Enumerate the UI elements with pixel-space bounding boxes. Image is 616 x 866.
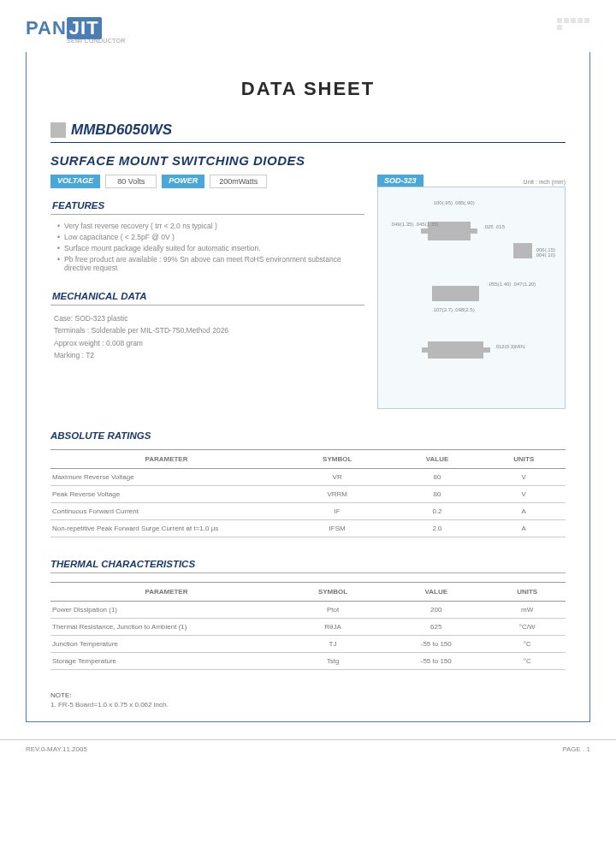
table-row: Continuous Forward CurrentIF0.2A xyxy=(50,503,566,520)
thermal-heading: THERMAL CHARACTERISTICS xyxy=(50,559,566,573)
features-list: Very fast reverse recovery ( trr < 2.0 n… xyxy=(50,222,364,272)
th-symbol: SYMBOL xyxy=(282,450,393,469)
mechanical-data: Case: SOD-323 plastic Terminals : Solder… xyxy=(50,312,364,362)
voltage-label: VOLTAGE xyxy=(50,175,100,188)
table-row: Non-repetitive Peak Forward Surge Curren… xyxy=(50,520,566,537)
feature-item: Low capacitance ( < 2.5pF @ 0V ) xyxy=(57,233,364,241)
power-label: POWER xyxy=(162,175,204,188)
mech-terminals: Terminals : Solderable per MIL-STD-750,M… xyxy=(54,324,364,336)
absolute-ratings-heading: ABSOLUTE RATINGS xyxy=(50,430,566,441)
th-symbol: SYMBOL xyxy=(282,583,383,602)
table-row: Storage TemperatureTstg-55 to 150°C xyxy=(50,653,566,670)
feature-item: Very fast reverse recovery ( trr < 2.0 n… xyxy=(57,222,364,230)
spec-line: VOLTAGE 80 Volts POWER 200mWatts xyxy=(50,175,364,188)
table-row: Thermal Resistance, Junction to Ambient … xyxy=(50,619,566,636)
sheet-frame: DATA SHEET MMBD6050WS SURFACE MOUNT SWIT… xyxy=(26,52,590,722)
part-marker-icon xyxy=(50,122,66,138)
table-row: Maximum Reverse VoltageVR80V xyxy=(50,469,566,486)
logo-subtitle: SEMI CONDUCTOR xyxy=(67,38,126,44)
feature-item: Pb free product are available : 99% Sn a… xyxy=(57,255,364,272)
page-title: DATA SHEET xyxy=(50,78,566,100)
features-heading: FEATURES xyxy=(50,197,364,215)
th-value: VALUE xyxy=(383,583,489,602)
feature-item: Surface mount package ideally suited for… xyxy=(57,244,364,252)
th-units: UNITS xyxy=(489,583,566,602)
thermal-table: PARAMETER SYMBOL VALUE UNITS Power Dissi… xyxy=(50,582,566,670)
note-title: NOTE: xyxy=(50,691,566,699)
pkg-dim: .100(.95) .085(.90) xyxy=(432,200,475,205)
th-units: UNITS xyxy=(483,450,566,469)
pkg-dim: .006(.15) .004(.10) xyxy=(535,247,558,258)
page-footer: REV.0-MAY.11.2005 PAGE . 1 xyxy=(0,739,616,762)
pkg-dim: .012(0.3)MIN. xyxy=(495,344,526,349)
pkg-dim: .107(2.7) .098(2.5) xyxy=(432,307,475,312)
note-block: NOTE: 1. FR-5 Board=1.0 x 0.75 x 0.062 i… xyxy=(50,691,566,709)
mech-weight: Approx weight : 0.008 gram xyxy=(54,337,364,349)
table-row: Peak Reverse VoltageVRRM80V xyxy=(50,486,566,503)
mech-marking: Marking : T2 xyxy=(54,349,364,361)
product-subtitle: SURFACE MOUNT SWITCHING DIODES xyxy=(50,153,566,168)
voltage-value: 80 Volts xyxy=(105,175,157,188)
package-diagram: .100(.95) .085(.90) .049(1.35) .045(1.15… xyxy=(377,187,566,409)
power-value: 200mWatts xyxy=(210,175,267,188)
company-logo: PANJIT SEMI CONDUCTOR xyxy=(26,17,126,44)
right-column: SOD-323 Unit : inch (mm) .100(.95) .085(… xyxy=(377,175,566,409)
table-row: Power Dissipation (1)Ptot200mW xyxy=(50,602,566,619)
mechanical-heading: MECHANICAL DATA xyxy=(50,288,364,305)
pkg-dim: .055(1.40) .047(1.20) xyxy=(488,282,536,287)
footer-revision: REV.0-MAY.11.2005 xyxy=(26,745,87,753)
pkg-dim: .049(1.35) .045(1.15) xyxy=(390,222,438,227)
part-number: MMBD6050WS xyxy=(71,122,172,139)
th-param: PARAMETER xyxy=(50,450,282,469)
pkg-dim: .025 .015 xyxy=(483,224,505,229)
left-column: VOLTAGE 80 Volts POWER 200mWatts FEATURE… xyxy=(50,175,364,409)
part-number-row: MMBD6050WS xyxy=(50,122,566,143)
absolute-ratings-table: PARAMETER SYMBOL VALUE UNITS Maximum Rev… xyxy=(50,449,566,537)
decor-icon xyxy=(556,17,590,31)
logo-text-left: PAN xyxy=(26,17,67,39)
mech-case: Case: SOD-323 plastic xyxy=(54,312,364,324)
note-text: 1. FR-5 Board=1.0 x 0.75 x 0.062 inch. xyxy=(50,701,566,709)
package-name: SOD-323 xyxy=(377,175,424,187)
th-value: VALUE xyxy=(392,450,482,469)
footer-page: PAGE . 1 xyxy=(562,745,590,753)
logo-text-right: JIT xyxy=(67,17,102,39)
header-logo-row: PANJIT SEMI CONDUCTOR xyxy=(26,17,590,44)
package-unit: Unit : inch (mm) xyxy=(524,177,566,185)
table-row: Junction TemperatureTJ-55 to 150°C xyxy=(50,636,566,653)
th-param: PARAMETER xyxy=(50,583,282,602)
